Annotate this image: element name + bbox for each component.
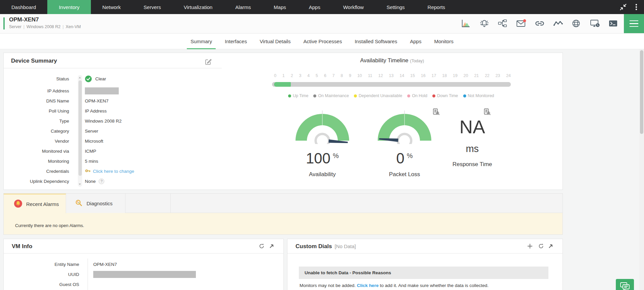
kebab-menu-icon[interactable] [634, 3, 639, 11]
help-icon[interactable]: ? [99, 178, 104, 184]
field-value-vendor: Microsoft [85, 139, 103, 144]
uplink-dependency-value: None [85, 179, 96, 184]
field-label-credentials: Credentials [4, 169, 69, 174]
meta-separator: | [63, 24, 64, 29]
device-summary-row-vendor: VendorMicrosoft [4, 136, 222, 146]
edit-device-icon[interactable] [205, 58, 212, 66]
device-summary-scrollbar[interactable] [78, 75, 82, 187]
performance-chart-icon[interactable] [461, 19, 470, 28]
vm-label-uuid: UUID [4, 272, 79, 277]
packet-loss-value: 0% [364, 151, 445, 166]
availability-gauge: 100% Availability [282, 111, 363, 178]
field-label-dns-name: DNS Name [4, 98, 69, 103]
field-label-status: Status [4, 76, 69, 81]
nav-item-apps[interactable]: Apps [298, 0, 332, 14]
alarm-bell-icon[interactable] [479, 19, 489, 28]
vm-label-entity-name: Entity Name [4, 262, 79, 267]
redacted-ip-value [85, 87, 119, 94]
nav-item-reports[interactable]: Reports [416, 0, 457, 14]
timeline-hour-5: 5 [316, 73, 318, 78]
field-text: Windows 2008 R2 [85, 119, 122, 124]
dials-expand-icon[interactable] [548, 243, 554, 249]
custom-dials-title: Custom Dials[No Data] [296, 243, 356, 250]
field-text: ICMP [85, 149, 96, 154]
availability-value: 100% [282, 151, 363, 166]
nav-item-workflow[interactable]: Workflow [332, 0, 375, 14]
terminal-icon[interactable] [608, 19, 618, 28]
nav-item-maps[interactable]: Maps [262, 0, 298, 14]
vm-info-header: VM Info [4, 239, 283, 253]
tab-diagnostics[interactable]: Diagnostics [66, 194, 125, 213]
timeline-bar[interactable] [272, 82, 511, 87]
tab-virtual-details[interactable]: Virtual Details [259, 33, 291, 49]
hamburger-menu-button[interactable] [624, 14, 644, 33]
packet-loss-dial [376, 111, 433, 144]
field-value-ip-address [85, 87, 119, 94]
pulse-monitor-icon[interactable] [553, 19, 562, 28]
legend-label-on-maintenance: On Maintenance [318, 93, 349, 98]
diagnostics-magnifier-icon [75, 199, 83, 208]
nav-item-virtualization[interactable]: Virtualization [172, 0, 224, 14]
collapse-fullscreen-icon[interactable] [619, 3, 627, 11]
tab-installed-softwares[interactable]: Installed Softwares [354, 33, 398, 49]
top-navbar: DashboardInventoryNetworkServersVirtuali… [0, 0, 644, 14]
credentials-change-link[interactable]: Click here to change [93, 169, 134, 174]
tab-strip-separator [170, 194, 171, 213]
response-time-label: Response Time [434, 161, 511, 168]
nav-item-inventory[interactable]: Inventory [47, 0, 91, 14]
dials-refresh-icon[interactable] [538, 243, 544, 249]
opmanager-device-page: { "nav": { "items": ["Dashboard", "Inven… [0, 0, 644, 290]
scrollbar-thumb[interactable] [78, 80, 82, 176]
nav-item-network[interactable]: Network [91, 0, 132, 14]
chat-support-button[interactable] [616, 279, 634, 290]
field-label-ip-address: IP Address [4, 88, 69, 93]
timeline-hour-20: 20 [464, 73, 468, 78]
vm-refresh-icon[interactable] [259, 243, 265, 249]
page-scrollbar-thumb[interactable] [640, 50, 643, 134]
response-time-report-icon[interactable] [483, 108, 491, 116]
no-data-badge: [No Data] [335, 243, 356, 249]
vm-expand-icon[interactable] [269, 243, 275, 249]
nav-item-alarms[interactable]: Alarms [224, 0, 262, 14]
device-summary-row-ip-address: IP Address [4, 86, 222, 96]
device-summary-divider [4, 68, 222, 68]
add-monitor-link[interactable]: Click here [357, 283, 379, 288]
packet-loss-report-icon[interactable] [432, 108, 440, 116]
nav-item-servers[interactable]: Servers [132, 0, 172, 14]
mail-notification-icon[interactable] [516, 19, 526, 28]
field-value-credentials: Click here to change [85, 168, 134, 174]
timeline-title-text: Availability Timeline [360, 57, 409, 63]
page-scrollbar[interactable] [639, 49, 644, 290]
timeline-hour-3: 3 [299, 73, 301, 78]
device-meta-windows-2008-r2: Windows 2008 R2 [26, 24, 60, 29]
legend-dot-up-time [288, 94, 291, 97]
tab-summary[interactable]: Summary [190, 33, 213, 49]
error-text-after: to add it. And make sure whether the dat… [379, 283, 489, 288]
globe-web-icon[interactable] [572, 19, 581, 28]
nav-item-settings[interactable]: Settings [375, 0, 416, 14]
add-dial-icon[interactable] [527, 243, 533, 249]
topology-workflow-icon[interactable] [498, 19, 507, 28]
tab-interfaces[interactable]: Interfaces [224, 33, 248, 49]
field-label-type: Type [4, 119, 69, 124]
legend-item-down-time: Down Time [432, 93, 458, 98]
timeline-hour-4: 4 [307, 73, 310, 78]
timeline-hour-7: 7 [332, 73, 335, 78]
legend-item-up-time: Up Time [288, 93, 309, 98]
tab-apps[interactable]: Apps [409, 33, 422, 49]
vm-info-rows: Entity NameOPM-XEN7UUIDGuest OS [4, 259, 283, 289]
device-summary-row-dns-name: DNS NameOPM-XEN7 [4, 96, 222, 106]
tab-recent-alarms[interactable]: Recent Alarms [4, 194, 66, 213]
fetch-error-header: Unable to fetch Data - Possible Reasons [299, 267, 548, 279]
device-meta-xen-vm: Xen-VM [66, 24, 81, 29]
tab-monitors[interactable]: Monitors [433, 33, 454, 49]
field-value-poll-using: IP Address [85, 108, 107, 114]
tab-active-processes[interactable]: Active Processes [302, 33, 343, 49]
timeline-hour-24: 24 [506, 73, 511, 78]
link-dependency-icon[interactable] [535, 19, 544, 28]
summary-panel: Device Summary StatusClearIP AddressDNS … [3, 53, 563, 190]
device-header: OPM-XEN7 Server|Windows 2008 R2|Xen-VM [0, 14, 644, 33]
timeline-hour-14: 14 [399, 73, 404, 78]
nav-item-dashboard[interactable]: Dashboard [0, 0, 47, 14]
remote-session-icon[interactable] [590, 19, 599, 28]
